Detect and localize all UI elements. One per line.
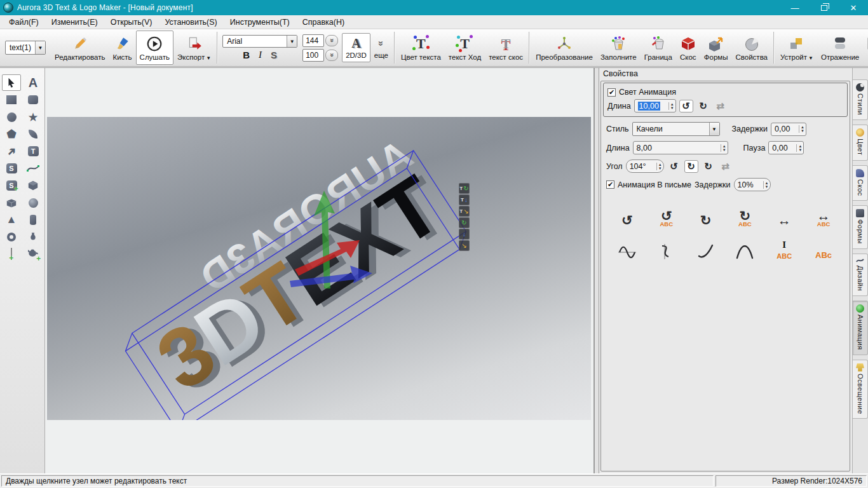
tab-bevel[interactable]: Скос	[853, 165, 868, 201]
handle-move-text[interactable]: T↓	[459, 194, 470, 205]
menu-help[interactable]: Справка(H)	[296, 17, 351, 28]
transform-button[interactable]: Преобразование	[532, 30, 597, 65]
menu-edit[interactable]: Изменить(E)	[45, 17, 104, 28]
restore-button[interactable]	[810, 0, 839, 15]
tab-design[interactable]: Дизайн	[853, 254, 868, 296]
s-add-tool[interactable]: S＋	[2, 177, 21, 194]
spinner-buttons[interactable]: ▲▼	[721, 144, 726, 152]
open-box-tool[interactable]	[2, 194, 21, 211]
depth-field[interactable]: 100	[302, 49, 324, 62]
anim-bell[interactable]	[725, 233, 764, 260]
style-select[interactable]: Качели ▼	[632, 122, 720, 136]
anim-sine[interactable]	[607, 233, 647, 260]
rounded-rect-tool[interactable]	[24, 92, 43, 108]
anim-rotate-ccw[interactable]: ↺	[607, 200, 647, 227]
text-tool[interactable]: A	[24, 74, 43, 91]
edit-button[interactable]: Редактировать	[51, 30, 109, 65]
anim-letter-scale[interactable]: ABc	[804, 233, 843, 260]
anim-slide-horizontal-abc[interactable]: ↔ABC	[804, 200, 843, 227]
delay-field[interactable]: 0,00 ▲▼	[771, 123, 806, 136]
pause-field[interactable]: 0,00 ▲▼	[768, 141, 804, 154]
mode-2d3d-button[interactable]: A 2D/3D	[342, 33, 370, 62]
light-anim-checkbox[interactable]: ✔	[607, 88, 616, 97]
model-add-tool[interactable]: ＋	[24, 246, 43, 262]
depth-stepper[interactable]: »	[325, 50, 338, 61]
font-family-select[interactable]: Arial ▼	[222, 35, 297, 48]
spline-tool[interactable]	[24, 160, 43, 177]
spinner-buttons[interactable]: ▲▼	[656, 163, 662, 170]
tab-color[interactable]: Цвет	[853, 125, 868, 161]
handle-scale-text[interactable]: T↘	[459, 206, 470, 217]
anim-s-curve[interactable]	[647, 233, 686, 260]
menu-file[interactable]: Файл(F)	[3, 17, 45, 28]
menu-set[interactable]: Установить(S)	[159, 17, 224, 28]
shapes-button[interactable]: Формы	[700, 30, 732, 65]
close-button[interactable]: ✕	[839, 0, 868, 15]
bold-button[interactable]: B	[243, 50, 250, 60]
rotate-full-button[interactable]: ↻	[702, 160, 715, 173]
italic-button[interactable]: I	[259, 50, 262, 60]
tab-styles[interactable]: Стили	[853, 79, 868, 120]
rect-tool[interactable]	[2, 92, 21, 108]
rotate-pivot-button[interactable]: ↻	[684, 160, 698, 173]
anim-swoosh[interactable]	[686, 233, 726, 260]
handle-move[interactable]: ↓	[459, 229, 470, 240]
star-tool[interactable]: ★	[24, 109, 43, 125]
object-select[interactable]: text(1) ▼	[5, 41, 46, 55]
cube-tool[interactable]	[24, 177, 43, 194]
rotate-cw-button[interactable]: ↻	[696, 100, 710, 112]
reflection-button[interactable]: Отражение	[817, 30, 863, 65]
render-viewport[interactable]: AURORA3D 3DTEXT 3DTEXT	[47, 117, 591, 420]
device-button[interactable]: Устройт▼	[776, 30, 817, 65]
select-tool[interactable]	[2, 74, 21, 91]
leaf-tool[interactable]	[24, 126, 43, 142]
spinner-buttons[interactable]: ▲▼	[796, 144, 802, 152]
text-stroke-button[interactable]: T текст Ход	[445, 30, 485, 65]
text-button-tool[interactable]: T	[24, 143, 43, 159]
handle-rotate[interactable]: ↻	[459, 217, 470, 228]
panel-splitter[interactable]	[594, 68, 599, 473]
text-bevel-button[interactable]: T текст скос	[485, 30, 527, 65]
play-button[interactable]: Слушать	[136, 30, 173, 65]
menu-tools[interactable]: Инструменты(T)	[224, 17, 296, 28]
anim-rotate-open-abc[interactable]: ↻ABC	[725, 200, 764, 227]
letter-delay-field[interactable]: 10% ▲▼	[734, 178, 771, 191]
anim-rotate-open[interactable]: ↻	[686, 200, 726, 227]
tab-lighting[interactable]: Освещение	[853, 360, 868, 419]
font-size-stepper[interactable]: »	[325, 35, 338, 46]
anim-length-field[interactable]: 8,00 ▲▼	[633, 141, 728, 154]
handle-scale[interactable]: ↘	[459, 240, 470, 251]
handle-rotate-text[interactable]: T↻	[459, 183, 470, 194]
vase-tool[interactable]	[24, 229, 43, 245]
chevron-down-icon[interactable]: ▼	[35, 41, 45, 54]
spinner-buttons[interactable]: ▲▼	[668, 102, 674, 110]
more-button[interactable]: » еще	[370, 33, 392, 62]
rotate-ccw-button[interactable]: ↺	[667, 160, 681, 173]
rotate-ccw-button[interactable]: ↺	[679, 100, 693, 112]
cylinder-tool[interactable]	[24, 212, 43, 228]
torus-tool[interactable]	[2, 229, 21, 245]
border-button[interactable]: Граница	[641, 30, 676, 65]
spinner-buttons[interactable]: ▲▼	[799, 125, 804, 133]
canvas-panel[interactable]: AURORA3D 3DTEXT 3DTEXT	[45, 68, 594, 473]
chevron-down-icon[interactable]: ▼	[287, 36, 297, 47]
minimize-button[interactable]: —	[780, 0, 810, 15]
image-add-tool[interactable]: ＋	[2, 246, 21, 262]
tab-animation[interactable]: Анимация	[853, 301, 868, 355]
spinner-buttons[interactable]: ▲▼	[763, 181, 769, 189]
anim-slide-horizontal[interactable]: ↔	[764, 200, 804, 227]
tab-shapes[interactable]: Формы	[853, 205, 868, 249]
export-button[interactable]: Экспорт▼	[173, 30, 215, 65]
light-anim-length-field[interactable]: 10,00 ▲▼	[634, 99, 676, 112]
text-color-button[interactable]: T Цвет текста	[397, 30, 445, 65]
bevel-button[interactable]: Скос	[676, 30, 700, 65]
chevron-down-icon[interactable]: ▼	[709, 123, 719, 135]
fill-button[interactable]: Заполните	[597, 30, 641, 65]
anim-rotate-ccw-abc[interactable]: ↺ABC	[647, 200, 686, 227]
anim-typing[interactable]: ABCI	[764, 233, 804, 260]
sphere-tool[interactable]	[24, 194, 43, 211]
menu-view[interactable]: Открыть(V)	[104, 17, 159, 28]
props-button[interactable]: Свойства	[732, 30, 772, 65]
font-size-field[interactable]: 144	[302, 34, 324, 47]
background-button[interactable]: Фон	[863, 30, 868, 65]
